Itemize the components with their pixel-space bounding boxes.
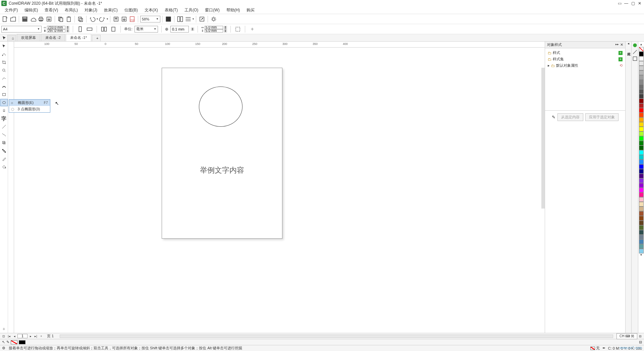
color-swatch[interactable] bbox=[639, 122, 644, 127]
help-toolbar-icon[interactable]: ▭ bbox=[616, 1, 623, 6]
freehand-tool[interactable] bbox=[0, 75, 8, 82]
no-color-swatch[interactable] bbox=[639, 47, 644, 52]
menu-文件f[interactable]: 文件(F) bbox=[1, 7, 21, 13]
drop-shadow-tool[interactable] bbox=[0, 139, 8, 147]
color-swatch[interactable] bbox=[639, 52, 644, 56]
style-tree-item[interactable]: 🗀样式集+ bbox=[546, 56, 624, 62]
color-swatch[interactable] bbox=[639, 80, 644, 84]
color-swatch[interactable] bbox=[639, 131, 644, 136]
rectangle-tool[interactable] bbox=[0, 91, 8, 98]
menu-表格t[interactable]: 表格(T) bbox=[161, 7, 181, 13]
undo-icon[interactable] bbox=[89, 15, 96, 23]
panel-title-bar[interactable]: 对象样式 ▸▸ ✕ bbox=[545, 42, 625, 48]
zoom-tool[interactable] bbox=[0, 67, 8, 74]
spinner-buttons[interactable]: ▲▼ bbox=[66, 29, 69, 33]
color-swatch[interactable] bbox=[639, 192, 644, 197]
ruler-origin-icon[interactable]: ⊡ bbox=[1, 335, 6, 338]
polygon-tool[interactable] bbox=[0, 107, 8, 114]
pick-tool[interactable] bbox=[0, 43, 8, 50]
color-swatch[interactable] bbox=[639, 249, 644, 253]
panel-toggle-icon[interactable]: ⊟ bbox=[639, 340, 642, 344]
color-swatch[interactable] bbox=[639, 235, 644, 239]
panel-collapse-icon[interactable]: ▸▸ bbox=[615, 43, 619, 47]
page-number-input[interactable] bbox=[17, 334, 28, 338]
style-tree-item[interactable]: 🗀样式+ bbox=[546, 50, 624, 56]
ellipse-tool[interactable]: ○椭圆形(E)F7◌3 点椭圆形(3) bbox=[0, 99, 8, 106]
paste-icon[interactable] bbox=[65, 15, 72, 23]
swatch-indicator-icon[interactable] bbox=[632, 56, 638, 62]
color-swatch[interactable] bbox=[639, 61, 644, 66]
zoom-combo[interactable]: 58%▼ bbox=[140, 16, 160, 22]
add-page-icon[interactable]: + bbox=[39, 335, 44, 338]
docker-expand-icon[interactable]: ◂ bbox=[626, 42, 631, 48]
spinner-buttons[interactable]: ▲▼ bbox=[224, 26, 227, 29]
color-swatch[interactable] bbox=[639, 127, 644, 131]
menu-帮助h[interactable]: 帮助(H) bbox=[223, 7, 244, 13]
menu-效果c[interactable]: 效果(C) bbox=[101, 7, 121, 13]
snap-dropdown-icon[interactable]: ▾ bbox=[193, 17, 194, 20]
import-icon[interactable] bbox=[112, 15, 120, 23]
menu-布局l[interactable]: 布局(L) bbox=[61, 7, 81, 13]
portrait-icon[interactable] bbox=[76, 25, 84, 33]
clipboard-icon[interactable] bbox=[77, 15, 84, 23]
color-swatch[interactable] bbox=[639, 89, 644, 94]
artistic-media-tool[interactable] bbox=[0, 83, 8, 90]
new-icon[interactable] bbox=[1, 15, 9, 23]
transparency-tool[interactable] bbox=[0, 147, 8, 155]
eyedropper-mini-icon[interactable]: ✎ bbox=[6, 340, 9, 344]
all-pages-icon[interactable] bbox=[100, 25, 108, 33]
vertical-scrollbar[interactable] bbox=[541, 68, 545, 209]
color-swatch[interactable] bbox=[639, 155, 644, 160]
dup-x-input[interactable] bbox=[205, 26, 223, 29]
color-swatch[interactable] bbox=[639, 211, 644, 216]
nav-collapse-icon[interactable]: ⊟ bbox=[638, 335, 643, 338]
from-selection-button[interactable]: 从选定内容 bbox=[557, 113, 583, 121]
menu-编辑e[interactable]: 编辑(E) bbox=[21, 7, 41, 13]
palette-up-icon[interactable]: ▲ bbox=[640, 43, 643, 47]
toolbox-add-icon[interactable]: + bbox=[0, 325, 8, 333]
menu-对象j[interactable]: 对象(J) bbox=[81, 7, 101, 13]
pick-tool-quick-icon[interactable] bbox=[1, 35, 7, 41]
color-swatch[interactable] bbox=[639, 136, 644, 141]
menu-查看v[interactable]: 查看(V) bbox=[41, 7, 61, 13]
color-swatch[interactable] bbox=[639, 66, 644, 70]
open-icon[interactable] bbox=[9, 15, 17, 23]
spinner-buttons[interactable]: ▲▼ bbox=[191, 27, 194, 31]
color-swatch[interactable] bbox=[639, 197, 644, 202]
home-tab[interactable]: ⌂ bbox=[7, 35, 16, 41]
fill-tool[interactable] bbox=[0, 163, 8, 171]
add-tab-button[interactable]: + bbox=[92, 35, 101, 41]
snap-icon[interactable] bbox=[176, 15, 184, 23]
palette-down-icon[interactable]: ▼ bbox=[640, 253, 643, 257]
color-swatch[interactable] bbox=[639, 150, 644, 155]
ime-indicator[interactable]: CH ⌨ 简 bbox=[616, 333, 637, 339]
docker-tab-object-styles[interactable]: 对象样式 bbox=[626, 48, 632, 52]
first-page-icon[interactable]: |◂ bbox=[7, 335, 11, 338]
color-swatch[interactable] bbox=[639, 84, 644, 89]
color-swatch[interactable] bbox=[639, 188, 644, 192]
color-swatch[interactable] bbox=[639, 164, 644, 169]
page-width-input[interactable] bbox=[47, 26, 65, 29]
eyedropper-tool[interactable] bbox=[0, 155, 8, 163]
color-swatch[interactable] bbox=[639, 169, 644, 174]
horizontal-scrollbar[interactable] bbox=[60, 335, 613, 338]
menu-文本x[interactable]: 文本(X) bbox=[141, 7, 161, 13]
save-icon[interactable] bbox=[21, 15, 29, 23]
color-swatch[interactable] bbox=[639, 160, 644, 164]
outline-swatch[interactable] bbox=[19, 340, 25, 344]
align-icon[interactable] bbox=[184, 15, 192, 23]
menu-购买[interactable]: 购买 bbox=[243, 7, 258, 13]
ellipse-object[interactable] bbox=[199, 86, 243, 127]
style-tree-item[interactable]: ▸ 🗀默认对象属性⟲ bbox=[546, 62, 624, 69]
color-swatch[interactable] bbox=[639, 244, 644, 249]
color-swatch[interactable] bbox=[639, 239, 644, 244]
redo-dropdown-icon[interactable]: ▾ bbox=[107, 17, 108, 20]
eyedropper-small-icon[interactable]: ✎ bbox=[552, 115, 555, 120]
fullscreen-icon[interactable] bbox=[165, 15, 172, 23]
document-tab[interactable]: 未命名 -2 bbox=[41, 34, 65, 41]
export2-icon[interactable] bbox=[120, 15, 128, 23]
launch-icon[interactable] bbox=[198, 15, 206, 23]
pen-indicator-icon[interactable] bbox=[632, 49, 638, 55]
page-height-input[interactable] bbox=[47, 29, 65, 33]
paper-preset-combo[interactable]: A4▼ bbox=[1, 26, 42, 33]
